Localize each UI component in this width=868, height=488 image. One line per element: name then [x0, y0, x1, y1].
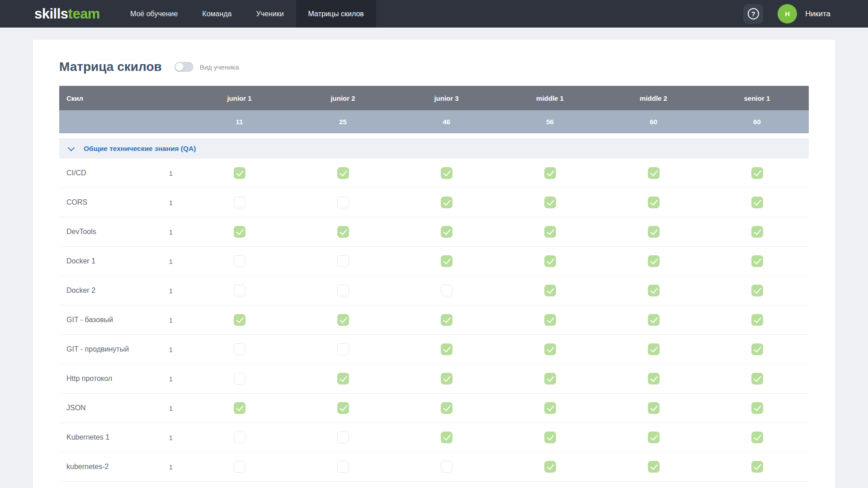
nav-item-2[interactable]: Ученики [244, 0, 296, 28]
logo[interactable]: skillsteam [0, 0, 100, 28]
check-cell [498, 314, 602, 326]
checkbox-unchecked[interactable] [337, 285, 349, 296]
checkbox-checked[interactable] [751, 255, 763, 267]
checkbox-unchecked[interactable] [234, 461, 245, 473]
skill-count: 1 [154, 258, 188, 265]
check-cell [395, 197, 498, 208]
checkbox-checked[interactable] [751, 314, 763, 326]
check-cell [188, 373, 291, 385]
checkbox-checked[interactable] [648, 285, 660, 296]
checkbox-checked[interactable] [441, 226, 453, 238]
checkbox-unchecked[interactable] [234, 343, 245, 355]
checkbox-unchecked[interactable] [337, 255, 349, 267]
checkbox-checked[interactable] [544, 197, 556, 208]
checkbox-unchecked[interactable] [337, 343, 349, 355]
table-row: GIT - базовый1 [59, 305, 809, 335]
checkbox-checked[interactable] [648, 461, 660, 473]
checkbox-unchecked[interactable] [234, 285, 245, 296]
checkbox-checked[interactable] [751, 285, 763, 296]
checkbox-checked[interactable] [544, 402, 556, 414]
checkbox-checked[interactable] [234, 314, 245, 326]
checkbox-checked[interactable] [234, 226, 245, 238]
level-total: 60 [705, 118, 809, 126]
checkbox-checked[interactable] [441, 255, 453, 267]
checkbox-checked[interactable] [234, 402, 245, 414]
checkbox-checked[interactable] [544, 461, 556, 473]
checkbox-checked[interactable] [648, 373, 660, 385]
table-row: Docker 11 [59, 247, 809, 276]
level-header: middle 2 [602, 94, 705, 102]
checkbox-unchecked[interactable] [337, 197, 349, 208]
checkbox-checked[interactable] [648, 197, 660, 208]
checkbox-unchecked[interactable] [337, 461, 349, 473]
checkbox-checked[interactable] [751, 461, 763, 473]
checkbox-checked[interactable] [648, 255, 660, 267]
checkbox-checked[interactable] [544, 226, 556, 238]
skill-count: 1 [154, 434, 188, 441]
checkbox-checked[interactable] [751, 226, 763, 238]
checkbox-checked[interactable] [544, 255, 556, 267]
nav-item-3-active[interactable]: Матрицы скилов [296, 0, 376, 28]
checkbox-checked[interactable] [751, 402, 763, 414]
checkbox-unchecked[interactable] [337, 432, 349, 443]
skill-name: GIT - базовый [59, 316, 154, 324]
checkbox-checked[interactable] [544, 285, 556, 296]
checkbox-checked[interactable] [648, 402, 660, 414]
checkbox-checked[interactable] [337, 373, 349, 385]
checkbox-unchecked[interactable] [234, 255, 245, 267]
skill-count: 1 [154, 463, 188, 471]
check-cell [188, 255, 291, 267]
checkbox-checked[interactable] [544, 167, 556, 179]
checkbox-checked[interactable] [751, 197, 763, 208]
skill-name: JSON [59, 404, 154, 412]
checkbox-checked[interactable] [337, 402, 349, 414]
checkbox-unchecked[interactable] [441, 285, 453, 296]
checkbox-unchecked[interactable] [234, 197, 245, 208]
check-cell [291, 226, 395, 238]
checkbox-checked[interactable] [337, 226, 349, 238]
level-total: 60 [602, 118, 705, 126]
checkbox-checked[interactable] [337, 167, 349, 179]
checkbox-checked[interactable] [648, 343, 660, 355]
user-avatar[interactable]: Н [778, 4, 797, 23]
checkbox-checked[interactable] [441, 432, 453, 443]
checkbox-checked[interactable] [751, 373, 763, 385]
checkbox-unchecked[interactable] [234, 432, 245, 443]
nav-item-0[interactable]: Моё обучение [118, 0, 190, 28]
checkbox-unchecked[interactable] [441, 461, 453, 473]
skill-name: CORS [59, 198, 154, 206]
nav-item-1[interactable]: Команда [190, 0, 244, 28]
section-header-row[interactable]: Общие технические знания (QA) [59, 138, 809, 159]
level-header: senior 1 [705, 94, 809, 102]
checkbox-checked[interactable] [441, 197, 453, 208]
checkbox-checked[interactable] [544, 432, 556, 443]
checkbox-checked[interactable] [337, 314, 349, 326]
checkbox-unchecked[interactable] [234, 373, 245, 385]
check-cell [395, 402, 498, 414]
skill-name: Http протокол [59, 375, 154, 383]
checkbox-checked[interactable] [441, 314, 453, 326]
checkbox-checked[interactable] [544, 314, 556, 326]
checkbox-checked[interactable] [441, 402, 453, 414]
checkbox-checked[interactable] [751, 167, 763, 179]
check-cell [498, 197, 602, 208]
checkbox-checked[interactable] [544, 343, 556, 355]
level-total: 25 [291, 118, 395, 126]
help-button[interactable]: ? [743, 4, 763, 24]
checkbox-checked[interactable] [648, 432, 660, 443]
chevron-down-icon [68, 144, 75, 151]
checkbox-checked[interactable] [751, 432, 763, 443]
checkbox-checked[interactable] [544, 373, 556, 385]
checkbox-checked[interactable] [441, 373, 453, 385]
checkbox-checked[interactable] [751, 343, 763, 355]
checkbox-checked[interactable] [234, 167, 245, 179]
checkbox-checked[interactable] [441, 343, 453, 355]
checkbox-checked[interactable] [441, 167, 453, 179]
check-cell [705, 343, 809, 355]
checkbox-checked[interactable] [648, 167, 660, 179]
checkbox-checked[interactable] [648, 226, 660, 238]
user-name[interactable]: Никита [805, 9, 830, 19]
student-view-toggle[interactable] [175, 62, 193, 72]
check-cell [395, 314, 498, 326]
checkbox-checked[interactable] [648, 314, 660, 326]
